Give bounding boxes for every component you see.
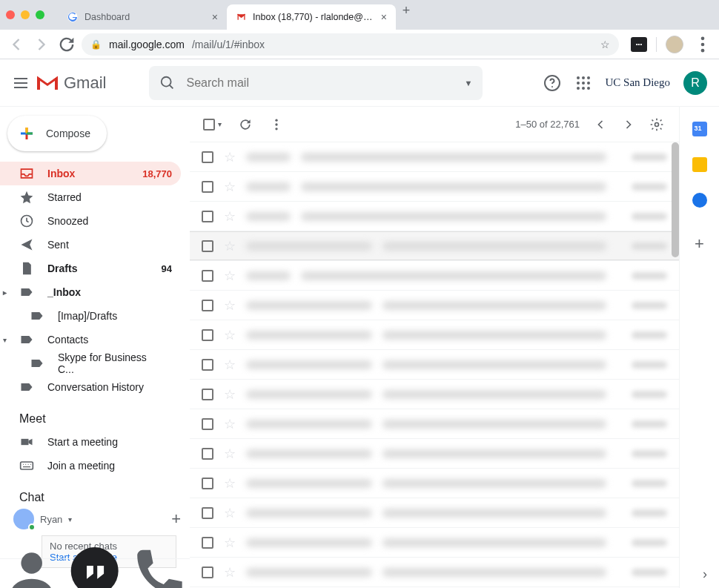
account-button[interactable]: R bbox=[683, 71, 707, 95]
message-row[interactable]: ☆ bbox=[190, 380, 679, 409]
star-icon[interactable]: ☆ bbox=[224, 357, 236, 373]
star-icon[interactable]: ☆ bbox=[224, 475, 236, 492]
message-row[interactable]: ☆ bbox=[190, 409, 679, 439]
close-window[interactable] bbox=[6, 10, 15, 19]
message-row[interactable]: ☆ bbox=[190, 439, 679, 469]
message-row[interactable]: ☆ bbox=[190, 291, 679, 320]
profile-avatar[interactable] bbox=[666, 36, 683, 53]
row-checkbox[interactable] bbox=[202, 507, 213, 519]
search-box[interactable]: ▼ bbox=[149, 66, 483, 100]
star-icon[interactable]: ☆ bbox=[224, 535, 236, 551]
minimize-window[interactable] bbox=[21, 10, 30, 19]
hide-panel-icon[interactable]: › bbox=[703, 566, 707, 582]
search-options-icon[interactable]: ▼ bbox=[465, 79, 473, 87]
sidebar-item--inbox[interactable]: ▸_Inbox bbox=[0, 280, 181, 304]
tasks-addon[interactable] bbox=[692, 193, 707, 208]
star-icon[interactable]: ☆ bbox=[224, 446, 236, 462]
row-checkbox[interactable] bbox=[202, 181, 213, 193]
message-row[interactable]: ☆ bbox=[190, 498, 679, 528]
row-checkbox[interactable] bbox=[202, 537, 213, 549]
older-button[interactable] bbox=[621, 117, 636, 132]
row-checkbox[interactable] bbox=[202, 359, 213, 371]
bookmark-star-icon[interactable]: ☆ bbox=[600, 39, 610, 50]
row-checkbox[interactable] bbox=[202, 418, 213, 430]
sidebar-item-snoozed[interactable]: Snoozed bbox=[0, 209, 181, 233]
message-row[interactable]: ☆ bbox=[190, 528, 679, 558]
message-row[interactable]: ☆ bbox=[190, 350, 679, 380]
sidebar-item-starred[interactable]: Starred bbox=[0, 185, 181, 209]
close-tab-icon[interactable]: × bbox=[381, 11, 387, 23]
support-icon[interactable] bbox=[543, 74, 561, 92]
message-row[interactable]: ☆ bbox=[190, 231, 679, 261]
sidebar-item-inbox[interactable]: Inbox18,770 bbox=[0, 162, 181, 185]
compose-button[interactable]: Compose bbox=[7, 116, 107, 151]
hangouts-tab[interactable] bbox=[63, 542, 126, 588]
row-checkbox[interactable] bbox=[202, 240, 213, 252]
row-checkbox[interactable] bbox=[202, 151, 213, 163]
search-input[interactable] bbox=[186, 76, 454, 90]
message-row[interactable]: ☆ bbox=[190, 202, 679, 231]
chevron-down-icon[interactable]: ▾ bbox=[68, 515, 72, 523]
row-checkbox[interactable] bbox=[202, 389, 213, 400]
select-all[interactable]: ▾ bbox=[203, 119, 222, 131]
message-row[interactable]: ☆ bbox=[190, 320, 679, 350]
back-button[interactable] bbox=[6, 34, 27, 55]
star-icon[interactable]: ☆ bbox=[224, 564, 236, 581]
sidebar-item-conversation-history[interactable]: Conversation History bbox=[0, 375, 181, 399]
row-checkbox[interactable] bbox=[202, 478, 213, 489]
row-checkbox[interactable] bbox=[202, 270, 213, 282]
main-menu-button[interactable] bbox=[12, 74, 30, 92]
keep-addon[interactable] bbox=[692, 157, 707, 172]
scrollbar[interactable] bbox=[672, 142, 679, 257]
forward-button[interactable] bbox=[31, 34, 52, 55]
chat-user-row[interactable]: Ryan ▾ bbox=[13, 509, 72, 529]
phone-tab[interactable] bbox=[127, 542, 190, 588]
row-checkbox[interactable] bbox=[202, 566, 213, 578]
meet-item-start-a-meeting[interactable]: Start a meeting bbox=[0, 430, 181, 454]
star-icon[interactable]: ☆ bbox=[224, 416, 236, 432]
message-row[interactable]: ☆ bbox=[190, 142, 679, 172]
star-icon[interactable]: ☆ bbox=[224, 179, 236, 195]
calendar-addon[interactable] bbox=[692, 122, 707, 136]
star-icon[interactable]: ☆ bbox=[224, 208, 236, 225]
extension-icon[interactable]: ••• bbox=[631, 37, 647, 52]
star-icon[interactable]: ☆ bbox=[224, 268, 236, 284]
sidebar-item-skype-for-business-c-[interactable]: Skype for Business C... bbox=[0, 351, 181, 375]
row-checkbox[interactable] bbox=[202, 448, 213, 460]
browser-tab-0[interactable]: Dashboard × bbox=[58, 4, 227, 30]
message-row[interactable]: ☆ bbox=[190, 469, 679, 498]
row-checkbox[interactable] bbox=[202, 329, 213, 341]
row-checkbox[interactable] bbox=[202, 211, 213, 222]
new-tab-button[interactable]: + bbox=[396, 0, 417, 21]
star-icon[interactable]: ☆ bbox=[224, 149, 236, 165]
star-icon[interactable]: ☆ bbox=[224, 297, 236, 314]
more-button[interactable] bbox=[269, 117, 284, 132]
gmail-logo[interactable]: Gmail bbox=[36, 73, 106, 93]
close-tab-icon[interactable]: × bbox=[212, 11, 218, 23]
sidebar-item-sent[interactable]: Sent bbox=[0, 233, 181, 257]
refresh-button[interactable] bbox=[238, 117, 253, 132]
get-addons[interactable]: + bbox=[695, 234, 704, 254]
maximize-window[interactable] bbox=[36, 10, 44, 19]
star-icon[interactable]: ☆ bbox=[224, 505, 236, 521]
star-icon[interactable]: ☆ bbox=[224, 238, 236, 254]
message-row[interactable]: ☆ bbox=[190, 172, 679, 202]
sidebar-item-drafts[interactable]: Drafts94 bbox=[0, 257, 181, 280]
url-field[interactable]: 🔒 mail.google.com/mail/u/1/#inbox ☆ bbox=[82, 33, 619, 56]
newer-button[interactable] bbox=[593, 117, 608, 132]
chrome-menu-icon[interactable] bbox=[692, 34, 713, 55]
chat-contacts-tab[interactable] bbox=[0, 542, 63, 588]
sidebar-item-contacts[interactable]: ▾Contacts bbox=[0, 328, 181, 351]
sidebar-item--imap-drafts[interactable]: [Imap]/Drafts bbox=[0, 304, 181, 328]
star-icon[interactable]: ☆ bbox=[224, 386, 236, 403]
message-row[interactable]: ☆ bbox=[190, 261, 679, 291]
reload-button[interactable] bbox=[56, 34, 77, 55]
settings-icon[interactable] bbox=[649, 117, 664, 132]
new-chat-button[interactable]: + bbox=[171, 509, 181, 529]
star-icon[interactable]: ☆ bbox=[224, 327, 236, 343]
meet-item-join-a-meeting[interactable]: Join a meeting bbox=[0, 454, 181, 478]
browser-tab-1[interactable]: Inbox (18,770) - rlalonde@ucsd × bbox=[227, 4, 396, 30]
message-row[interactable]: ☆ bbox=[190, 558, 679, 587]
apps-grid-icon[interactable] bbox=[574, 74, 592, 92]
row-checkbox[interactable] bbox=[202, 300, 213, 311]
